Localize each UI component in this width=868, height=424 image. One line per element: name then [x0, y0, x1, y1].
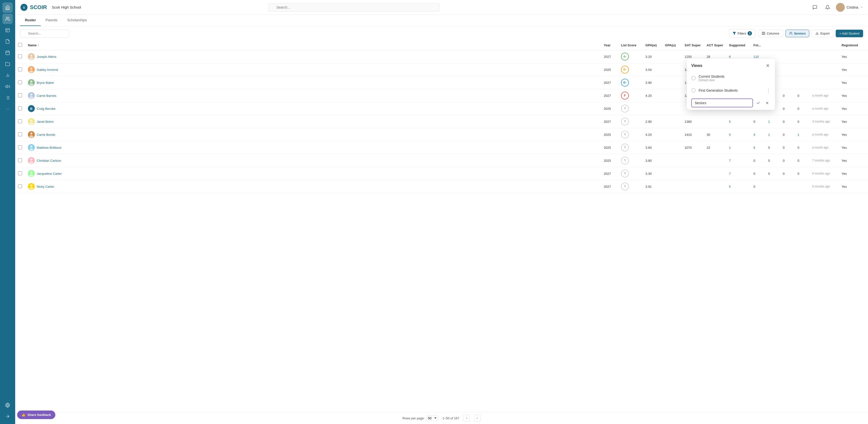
student-list-score: B-: [618, 76, 643, 89]
sidebar-item-chart[interactable]: [2, 70, 13, 80]
add-student-button[interactable]: + Add Student: [836, 30, 863, 37]
svg-point-41: [30, 93, 33, 96]
student-name[interactable]: Gabby Armond: [37, 68, 58, 72]
messages-button[interactable]: [810, 3, 819, 12]
filter-icon: [733, 32, 736, 35]
student-last-activity: a month ago: [809, 102, 839, 115]
row-checkbox[interactable]: [18, 145, 22, 149]
tab-roster[interactable]: Roster: [20, 15, 41, 26]
page-area: Roster Parents Scholarships Filters 1: [15, 15, 868, 424]
student-col4: [795, 76, 809, 89]
row-checkbox[interactable]: [18, 80, 22, 84]
sidebar-item-megaphone[interactable]: [2, 81, 13, 92]
student-col4: [795, 50, 809, 63]
student-col3: 0: [780, 167, 795, 180]
student-name[interactable]: Carrie Barnes: [37, 94, 56, 97]
export-label: Export: [820, 32, 830, 35]
student-name[interactable]: Joseph Allens: [37, 55, 56, 59]
student-name[interactable]: Carrie Bonds: [37, 133, 55, 137]
views-radio-current[interactable]: [691, 76, 696, 80]
select-all-checkbox[interactable]: [18, 43, 22, 47]
svg-point-37: [30, 67, 33, 70]
row-checkbox[interactable]: [18, 119, 22, 123]
sidebar-item-docs[interactable]: [2, 36, 13, 47]
sidebar-item-roster[interactable]: [2, 25, 13, 35]
row-checkbox[interactable]: [18, 54, 22, 58]
grade-badge: ?: [621, 170, 629, 177]
notifications-button[interactable]: [823, 3, 832, 12]
grade-badge: F: [621, 92, 629, 100]
row-checkbox[interactable]: [18, 171, 22, 175]
sidebar-item-arrow[interactable]: [2, 411, 13, 422]
student-name-cell: Carrie Barnes: [28, 92, 598, 99]
sidebar-item-calendar[interactable]: [2, 48, 13, 58]
row-checkbox[interactable]: [18, 158, 22, 162]
student-name[interactable]: Bryce Baker: [37, 81, 54, 85]
sidebar-item-folder[interactable]: [2, 59, 13, 69]
student-col4: [795, 180, 809, 193]
views-edit-cancel-button[interactable]: [764, 100, 771, 106]
table-row: Jacqueline Carter 2027 ? 3.30 7 0 0 0 0 …: [15, 167, 868, 180]
views-item-first-gen[interactable]: First Generation Students ⋮: [687, 85, 775, 96]
table-search-input[interactable]: [20, 29, 69, 37]
app-header: S SCOIR Scoir High School Cristina: [15, 0, 868, 15]
student-name[interactable]: Jacqueline Carter: [37, 172, 62, 175]
student-col3: [780, 50, 795, 63]
student-gpau: [662, 63, 682, 76]
row-checkbox[interactable]: [18, 184, 22, 188]
chevron-left-icon: [465, 417, 468, 420]
share-feedback-button[interactable]: 👍 Share feedback: [17, 411, 55, 419]
sidebar-item-people[interactable]: [2, 14, 13, 24]
global-search-input[interactable]: [268, 3, 440, 11]
row-checkbox[interactable]: [18, 132, 22, 136]
student-registered: Yes: [839, 76, 868, 89]
student-registered: Yes: [839, 167, 868, 180]
views-radio-first-gen[interactable]: [691, 88, 696, 93]
avatar: [28, 79, 35, 86]
student-last-activity: a month ago: [809, 141, 839, 154]
student-registered: Yes: [839, 63, 868, 76]
export-button[interactable]: Export: [812, 30, 833, 37]
rows-per-page-select[interactable]: 50 25 100: [426, 416, 438, 421]
filters-badge: 1: [748, 31, 752, 35]
views-item-current-students[interactable]: Current Students Default view: [687, 72, 775, 85]
views-close-button[interactable]: ✕: [765, 63, 771, 68]
rows-per-page-label: Rows per page:: [402, 416, 425, 420]
columns-button[interactable]: Columns: [758, 30, 783, 37]
user-menu[interactable]: Cristina: [836, 3, 863, 12]
pagination-prev[interactable]: [463, 415, 470, 422]
sidebar-item-home[interactable]: [2, 2, 13, 13]
views-edit-input[interactable]: [691, 98, 753, 107]
user-avatar: [836, 3, 845, 12]
sidebar-item-list[interactable]: [2, 93, 13, 103]
student-name[interactable]: Nicky Carter: [37, 185, 54, 189]
table-row: Christian Carlson 2025 ? 3.80 7 0 0 0 0 …: [15, 154, 868, 167]
student-gpaw: 4.20: [643, 128, 662, 141]
table-footer: Rows per page: 50 25 100 1–50 of 167: [15, 412, 868, 424]
row-checkbox[interactable]: [18, 106, 22, 110]
view-button[interactable]: Seniors: [785, 30, 809, 37]
student-year: 2027: [601, 115, 618, 128]
student-name[interactable]: Christian Carlson: [37, 159, 61, 163]
tab-scholarships[interactable]: Scholarships: [62, 15, 92, 26]
views-edit-confirm-button[interactable]: [755, 100, 762, 106]
student-name[interactable]: Craig Berube: [37, 107, 56, 111]
row-checkbox[interactable]: [18, 67, 22, 71]
tab-parents[interactable]: Parents: [41, 15, 62, 26]
student-name[interactable]: Janet Bohm: [37, 120, 54, 123]
user-name: Cristina: [847, 5, 858, 9]
sidebar-item-more[interactable]: ···: [2, 104, 13, 114]
sidebar-item-globe[interactable]: [2, 400, 13, 410]
pagination-info: 1–50 of 167: [442, 416, 459, 420]
student-sat: [682, 154, 704, 167]
pagination-next[interactable]: [474, 415, 481, 422]
student-last-activity: 7 months ago: [809, 154, 839, 167]
student-col4: 1: [795, 128, 809, 141]
row-checkbox[interactable]: [18, 93, 22, 97]
avatar: [28, 144, 35, 151]
svg-rect-1: [6, 28, 9, 32]
student-gpaw: 2.90: [643, 115, 662, 128]
student-name[interactable]: Matthew Brittland: [37, 146, 61, 149]
filters-button[interactable]: Filters 1: [729, 29, 756, 37]
views-more-icon[interactable]: ⋮: [766, 88, 771, 93]
